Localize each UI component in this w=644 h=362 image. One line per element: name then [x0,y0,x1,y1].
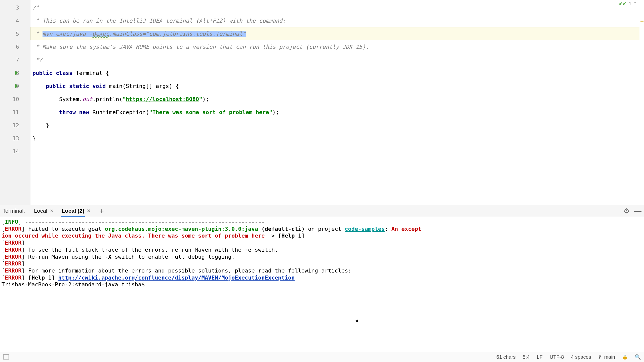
tab-label: Local [34,208,47,214]
selection: mvn exec:java - [43,31,93,37]
terminal-prompt: Trishas-MacBook-Pro-2:standard-java tris… [2,281,148,288]
t: Re-run Maven using the [25,254,105,260]
code-text: } [32,122,49,128]
terminal-tab-local-2[interactable]: Local (2)✕ [59,207,93,215]
project-link[interactable]: code-samples [345,226,385,232]
t: org.codehaus.mojo:exec-maven-plugin:3.0.… [105,226,258,232]
selection: .mainClass="com.jetbrains.tools.Terminal… [109,31,246,37]
t: Failed to execute goal [25,226,105,232]
t: ERROR [5,240,21,246]
code-text: " [123,96,126,102]
lock-icon[interactable]: 🔒 [622,354,628,360]
t: ] [21,240,25,246]
code-text: Make sure the system's JAVA_HOME points … [43,44,369,50]
code-text [32,109,59,115]
selection-info: 61 chars [496,354,516,360]
inspection-widget[interactable]: ✔✔ 1 ˄ ˅ [619,1,641,7]
t: on project [305,226,345,232]
terminal-tabbar: Terminal: Local✕ Local (2)✕ ＋ ⚙ — [0,205,644,217]
code-text: RuntimeException( [92,109,149,115]
code-text [32,83,46,89]
t: [ [2,260,5,267]
mouse-cursor-icon: ☚ [355,318,358,325]
caret-position[interactable]: 5:4 [523,354,530,360]
t: To see the full stack trace of the error… [25,247,245,253]
indent-info[interactable]: 4 spaces [571,354,591,360]
t: For more information about the errors an… [25,267,351,274]
t: ] [21,267,25,274]
code-text: out [83,96,93,102]
line-separator[interactable]: LF [537,354,543,360]
editor-area[interactable]: 3 4 5 6 7 8 9 10 11 12 13 14 /* * This c… [0,0,644,205]
line-number: 3 [16,5,19,11]
code-text: /* [32,5,39,11]
new-terminal-tab-button[interactable]: ＋ [98,206,105,216]
t: [ [2,254,5,260]
close-icon[interactable]: ✕ [50,208,54,214]
gear-icon[interactable]: ⚙ [624,207,629,215]
search-icon[interactable]: 🔍 [635,354,641,360]
terminal-output[interactable]: [INFO] ---------------------------------… [0,217,644,352]
code-text: */ [32,57,43,63]
t: ERROR [5,254,21,260]
t: -> [265,233,278,239]
code-text: public [46,83,69,89]
t: ----------------------------------------… [21,219,265,225]
chevron-up-icon[interactable]: ˄ [634,1,636,7]
line-number: 12 [13,122,19,128]
gutter: 3 4 5 6 7 8 9 10 11 12 13 14 [0,0,30,205]
code-text: { [106,70,109,76]
code-text: class [56,70,76,76]
t: ERROR [5,247,21,253]
line-number: 5 [16,31,19,37]
url-link[interactable]: https://localhost:8080 [126,96,199,102]
error-help-link[interactable]: http://cwiki.apache.org/confluence/displ… [58,275,295,281]
line-number: 11 [13,109,19,115]
code-text: Terminal [76,70,106,76]
code-text: This can be run in the IntelliJ IDEA ter… [43,18,286,24]
git-branch[interactable]: main [598,354,615,360]
error-stripe[interactable] [639,0,644,205]
t: [ [2,226,5,232]
code-text: static [69,83,93,89]
code-text: * [32,44,43,50]
t: ] [21,275,25,281]
warning-marker[interactable] [640,21,643,22]
code-text: public [32,70,56,76]
t: -X [105,254,112,260]
tool-window-icon[interactable] [3,354,9,359]
t: ] [21,260,25,267]
t: switch to enable full debug logging. [111,254,235,260]
terminal-title: Terminal: [3,208,25,214]
run-gutter-icon[interactable] [15,71,18,75]
line-number: 10 [13,96,19,102]
file-encoding[interactable]: UTF-8 [550,354,564,360]
terminal-panel: Terminal: Local✕ Local (2)✕ ＋ ⚙ — [INFO]… [0,205,644,352]
t: : [385,226,391,232]
t: ERROR [5,260,21,267]
code-text: new [79,109,92,115]
t: ERROR [5,267,21,274]
code-text: "There was some sort of problem here" [149,109,272,115]
t: ERROR [5,226,21,232]
code-text [32,96,59,102]
code-area[interactable]: /* * This can be run in the IntelliJ IDE… [30,0,644,205]
code-text: " [199,96,202,102]
t: [ [2,267,5,274]
t: ] [21,254,25,260]
t: (default-cli) [258,226,305,232]
selection: Dexec [92,31,109,37]
line-number: 13 [13,135,19,142]
code-text: main [109,83,123,89]
t: An except [391,226,421,232]
terminal-tab-local[interactable]: Local✕ [31,207,56,215]
code-text: ); [272,109,279,115]
tab-label: Local (2) [62,208,84,214]
run-gutter-icon[interactable] [15,84,18,88]
close-icon[interactable]: ✕ [87,208,91,214]
hide-panel-button[interactable]: — [634,210,641,212]
status-bar: 61 chars 5:4 LF UTF-8 4 spaces main 🔒 🔍 [0,352,644,362]
t: [ [2,240,5,246]
t: -e [245,247,252,253]
t: [ [2,275,5,281]
